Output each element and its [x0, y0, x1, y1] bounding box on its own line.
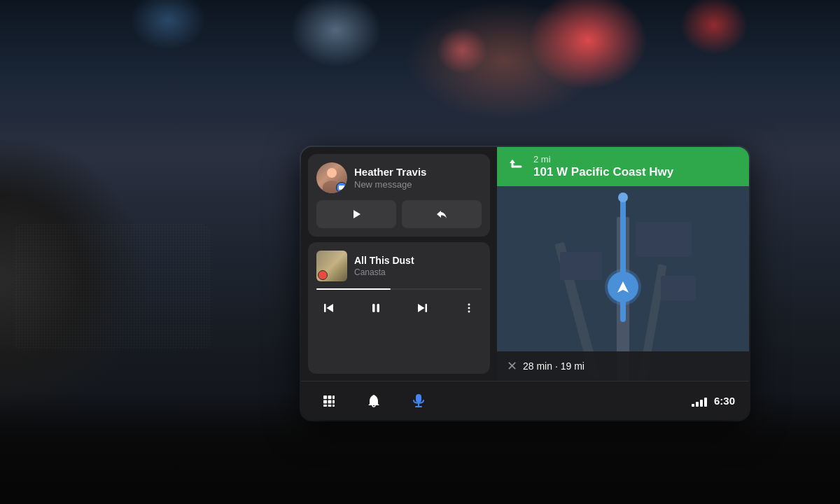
map-panel[interactable]: 2 mi 101 W Pacific Coast Hwy ✕ 28 min · … — [497, 147, 749, 381]
svg-rect-5 — [426, 304, 428, 312]
microphone-icon — [412, 393, 425, 409]
eta-bar: ✕ 28 min · 19 mi — [497, 351, 749, 381]
more-options-button[interactable] — [456, 295, 482, 321]
signal-bar-2 — [696, 402, 699, 407]
album-art — [316, 251, 347, 281]
svg-point-8 — [468, 307, 470, 309]
pause-button[interactable] — [363, 295, 388, 321]
notification-card[interactable]: Heather Travis New message — [308, 154, 490, 237]
map-block-1 — [636, 222, 692, 257]
svg-rect-14 — [323, 396, 327, 399]
bottom-bar: 6:30 — [301, 381, 749, 420]
music-info: All This Dust Canasta — [354, 255, 482, 277]
skip-next-icon — [416, 302, 428, 314]
reply-icon — [435, 209, 448, 220]
left-panel: Heather Travis New message — [301, 147, 497, 381]
svg-marker-6 — [418, 304, 425, 312]
svg-rect-22 — [332, 405, 335, 407]
svg-rect-18 — [328, 400, 332, 403]
apps-button[interactable] — [315, 387, 343, 415]
eta-text: 28 min · 19 mi — [523, 360, 584, 372]
map-route-line — [620, 194, 626, 323]
svg-marker-2 — [327, 304, 334, 312]
svg-point-7 — [468, 304, 470, 306]
map-block-2 — [560, 252, 602, 280]
contact-name: Heather Travis — [354, 166, 482, 178]
nav-street: 101 W Pacific Coast Hwy — [533, 165, 673, 179]
svg-rect-15 — [328, 396, 332, 399]
android-auto-screen: Heather Travis New message — [301, 147, 749, 420]
svg-rect-20 — [323, 405, 327, 407]
notifications-button[interactable] — [360, 387, 388, 415]
music-service-badge — [318, 270, 328, 280]
apps-grid-icon — [322, 394, 336, 408]
bell-icon — [367, 393, 381, 409]
map-block-3 — [661, 276, 696, 300]
navigation-header: 2 mi 101 W Pacific Coast Hwy — [497, 147, 749, 186]
status-area: 6:30 — [692, 395, 735, 407]
more-icon — [463, 302, 475, 314]
signal-bar-1 — [692, 404, 694, 407]
svg-rect-16 — [332, 396, 335, 399]
voice-button[interactable] — [405, 387, 433, 415]
music-card[interactable]: All This Dust Canasta — [308, 242, 490, 374]
svg-rect-1 — [324, 304, 326, 312]
speaker-grille — [14, 224, 210, 350]
play-icon — [351, 209, 362, 220]
svg-rect-4 — [377, 304, 379, 312]
message-type: New message — [354, 179, 482, 190]
direction-arrow-icon — [615, 279, 631, 295]
bottom-left-controls — [315, 387, 433, 415]
svg-rect-17 — [323, 400, 327, 403]
signal-bar-4 — [704, 398, 707, 407]
nav-distance: 2 mi — [533, 154, 673, 165]
svg-marker-0 — [354, 210, 360, 218]
clock: 6:30 — [714, 395, 735, 407]
track-title: All This Dust — [354, 255, 482, 267]
svg-rect-19 — [332, 400, 335, 403]
svg-marker-13 — [510, 160, 515, 163]
svg-rect-23 — [416, 394, 421, 402]
next-button[interactable] — [410, 295, 435, 321]
pause-icon — [370, 302, 382, 314]
track-artist: Canasta — [354, 267, 482, 277]
progress-fill — [316, 288, 391, 290]
progress-bar[interactable] — [316, 288, 482, 290]
turn-left-icon — [507, 158, 526, 175]
close-navigation-button[interactable]: ✕ — [507, 358, 517, 374]
svg-point-9 — [468, 311, 470, 313]
music-controls — [316, 295, 482, 321]
reply-button[interactable] — [402, 200, 482, 228]
prev-button[interactable] — [316, 295, 342, 321]
svg-rect-21 — [328, 405, 332, 407]
signal-indicator — [692, 396, 707, 407]
skip-prev-icon — [323, 302, 335, 314]
play-button[interactable] — [316, 200, 396, 228]
navigation-arrow — [608, 272, 638, 302]
svg-marker-10 — [617, 281, 629, 293]
avatar — [316, 162, 347, 193]
svg-rect-3 — [372, 304, 375, 312]
signal-bar-3 — [700, 400, 703, 407]
message-badge — [336, 182, 347, 193]
notification-text: Heather Travis New message — [354, 166, 482, 190]
